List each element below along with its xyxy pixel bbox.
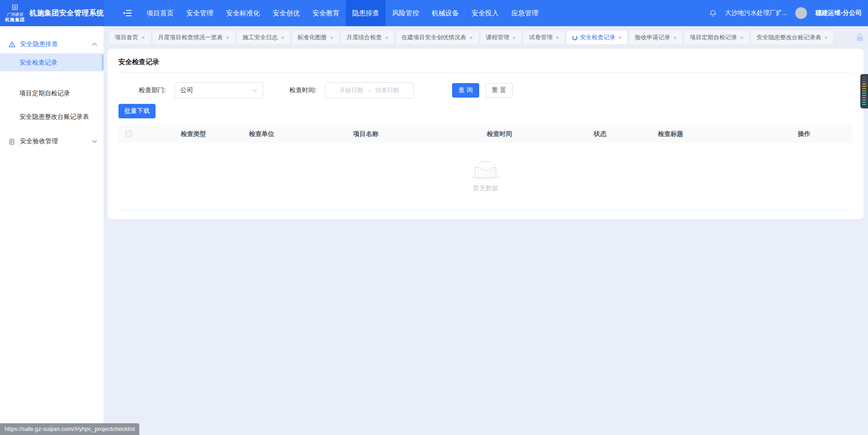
sidebar-item-rectification-ledger[interactable]: 安全隐患整改台账记录表 <box>0 108 104 126</box>
tab-close-icon[interactable]: × <box>469 34 473 41</box>
extension-stripe <box>862 90 866 91</box>
tab-8[interactable]: 安全检查记录× <box>567 31 627 44</box>
tab-0[interactable]: 项目首页× <box>109 31 151 44</box>
lock-icon[interactable] <box>855 33 864 41</box>
extension-stripe <box>862 95 866 96</box>
tab-1[interactable]: 月度项目检查情况一览表× <box>153 31 235 44</box>
link-preview-statusbar: https://safe.gz-suijian.com/#/yhpc_proje… <box>0 423 139 435</box>
tab-label: 试卷管理 <box>529 33 552 42</box>
logo-stack: 广州建筑 机施集团 <box>5 4 25 22</box>
extension-stripe <box>862 81 866 82</box>
tab-close-icon[interactable]: × <box>513 34 516 41</box>
extension-stripe <box>862 104 866 105</box>
sidebar-group-acceptance[interactable]: 安全验收管理 <box>0 132 104 151</box>
tab-6[interactable]: 课程管理× <box>481 31 522 44</box>
nav-item-6[interactable]: 风险管控 <box>386 0 425 26</box>
search-button[interactable]: 查 询 <box>452 83 479 98</box>
dept-select-value: 公司 <box>180 86 193 94</box>
sidebar-item-label: 项目定期自检记录 <box>19 89 70 97</box>
nav-item-3[interactable]: 安全创优 <box>266 0 306 26</box>
table-header-6: 操作 <box>798 125 811 143</box>
tab-10[interactable]: 项目定期自检记录× <box>684 31 749 44</box>
table-header-0: 检查类型 <box>181 125 206 143</box>
table-header-4: 状态 <box>594 125 606 143</box>
tab-close-icon[interactable]: × <box>740 34 744 41</box>
user-name[interactable]: 穗建运维-分公司 <box>815 9 862 17</box>
tab-5[interactable]: 在建项目安全创优情况表× <box>396 31 478 44</box>
tab-label: 月度综合检查 <box>346 33 382 42</box>
notification-bell-icon[interactable] <box>709 9 717 18</box>
tab-9[interactable]: 验收申请记录× <box>629 31 682 44</box>
sidebar-item-safety-check-records[interactable]: 安全检查记录 <box>0 53 104 71</box>
tab-4[interactable]: 月度综合检查× <box>341 31 394 44</box>
tab-close-icon[interactable]: × <box>673 34 677 41</box>
reset-button[interactable]: 重 置 <box>486 83 513 98</box>
app-logo: 广州建筑 机施集团 机施集团安全管理系统 <box>0 0 104 26</box>
menu-fold-icon[interactable] <box>122 8 133 19</box>
logo-emblem-icon <box>12 4 18 12</box>
empty-state-text: 暂无数据 <box>473 184 498 192</box>
chevron-up-icon <box>92 42 97 46</box>
extension-stripe <box>862 93 866 94</box>
date-separator: ~ <box>368 87 371 94</box>
table-header-2: 项目名称 <box>353 125 378 143</box>
extension-handle[interactable] <box>860 74 868 108</box>
dept-select[interactable]: 公司 <box>175 82 263 98</box>
nav-item-4[interactable]: 安全教育 <box>306 0 346 26</box>
sidebar-item-project-self-check[interactable]: 项目定期自检记录 <box>0 84 104 102</box>
tab-close-icon[interactable]: × <box>825 34 828 41</box>
clipboard-icon <box>8 138 16 145</box>
nav-item-7[interactable]: 机械设备 <box>425 0 465 26</box>
tab-label: 施工安全日志 <box>242 33 278 42</box>
chevron-down-icon <box>92 140 97 143</box>
top-nav: 项目首页安全管理安全标准化安全创优安全教育隐患排查风险管控机械设备安全投入应急管… <box>140 0 545 26</box>
sidebar-group-hidden-danger[interactable]: 安全隐患排查 <box>0 35 104 53</box>
user-avatar[interactable] <box>795 7 807 19</box>
nav-item-8[interactable]: 安全投入 <box>465 0 505 26</box>
tab-close-icon[interactable]: × <box>556 34 559 41</box>
nav-item-9[interactable]: 应急管理 <box>505 0 545 26</box>
chevron-down-icon <box>252 89 257 92</box>
tab-11[interactable]: 安全隐患整改台账记录表× <box>751 31 834 44</box>
tab-close-icon[interactable]: × <box>330 34 334 41</box>
batch-download-button[interactable]: 批量下载 <box>118 104 156 118</box>
nav-item-0[interactable]: 项目首页 <box>140 0 180 26</box>
filter-bar: 检查部门: 公司 检查时间: 开始日期 ~ 结束日期 查 询 重 置 <box>118 82 853 98</box>
tab-label: 课程管理 <box>486 33 509 42</box>
tab-label: 验收申请记录 <box>635 33 670 42</box>
nav-item-1[interactable]: 安全管理 <box>180 0 220 26</box>
empty-box-icon <box>471 161 500 182</box>
tab-7[interactable]: 试卷管理× <box>524 31 565 44</box>
tab-close-icon[interactable]: × <box>618 34 622 41</box>
select-all-checkbox[interactable] <box>126 131 132 137</box>
nav-item-2[interactable]: 安全标准化 <box>220 0 266 26</box>
tab-close-icon[interactable]: × <box>281 34 284 41</box>
logo-motto: 广州建筑 <box>7 12 23 17</box>
tab-3[interactable]: 标准化图册× <box>292 31 339 44</box>
tab-label: 项目首页 <box>115 33 138 42</box>
current-project-name[interactable]: 大沙地污水处理厂扩... <box>725 9 788 17</box>
tab-close-icon[interactable]: × <box>226 34 230 41</box>
nav-item-5[interactable]: 隐患排查 <box>346 0 386 26</box>
loading-spinner-icon <box>572 35 577 40</box>
table-header-row: 检查类型检查单位项目名称检查时间状态检查标题操作 <box>118 125 853 143</box>
tab-close-icon[interactable]: × <box>142 34 145 41</box>
warning-triangle-icon <box>8 41 16 48</box>
records-table: 检查类型检查单位项目名称检查时间状态检查标题操作 暂无数据 <box>118 125 853 211</box>
app-title: 机施集团安全管理系统 <box>29 9 104 18</box>
date-end-placeholder: 结束日期 <box>376 86 399 94</box>
tab-2[interactable]: 施工安全日志× <box>237 31 290 44</box>
empty-state: 暂无数据 <box>118 143 853 211</box>
extension-stripe <box>862 79 866 80</box>
dept-filter-label: 检查部门: <box>139 86 166 94</box>
sidebar: 安全隐患排查 安全检查记录 项目定期自检记录 安全隐患整改台账记录表 安全验收管… <box>0 26 104 435</box>
extension-stripe <box>862 102 866 103</box>
extension-stripe <box>862 97 866 98</box>
tab-label: 在建项目安全创优情况表 <box>401 33 466 42</box>
tab-label: 标准化图册 <box>297 33 327 42</box>
extension-stripe <box>862 84 866 84</box>
time-filter-label: 检查时间: <box>289 86 316 94</box>
date-range-input[interactable]: 开始日期 ~ 结束日期 <box>325 82 414 98</box>
sidebar-group-label: 安全验收管理 <box>20 137 58 145</box>
tab-close-icon[interactable]: × <box>385 34 388 41</box>
